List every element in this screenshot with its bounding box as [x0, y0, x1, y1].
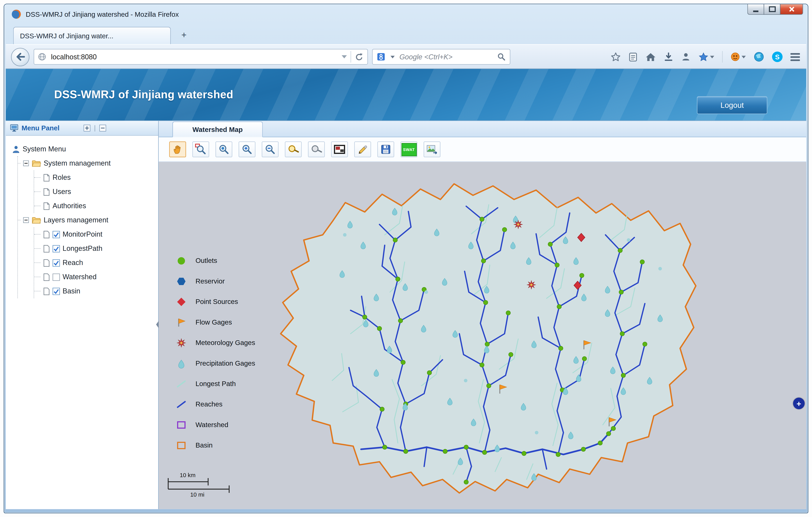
title-bar[interactable]: DSS-WMRJ of Jinjiang watershed - Mozilla… — [6, 4, 806, 23]
back-button[interactable] — [11, 48, 30, 66]
app-header: DSS-WMRJ of Jinjiang watershed Logout — [6, 69, 806, 120]
menu-panel-header: Menu Panel — [6, 121, 158, 136]
tree-item-basin[interactable]: Basin — [34, 284, 158, 298]
minimize-button[interactable] — [747, 4, 764, 15]
expand-all-icon[interactable] — [84, 125, 90, 132]
export-image-button[interactable] — [424, 141, 440, 157]
tree-item-roles[interactable]: Roles — [34, 170, 158, 185]
identify-tool-button[interactable] — [308, 141, 325, 157]
tree-item-system-management[interactable]: System management — [18, 156, 158, 170]
gray-magnifier-icon — [311, 144, 322, 155]
collapse-all-icon[interactable] — [99, 125, 106, 132]
monitor-icon — [10, 124, 18, 132]
bookmarks-menu-icon — [699, 52, 708, 62]
pan-tool-button[interactable] — [169, 141, 186, 157]
back-icon — [15, 52, 26, 62]
legend-item-point-sources: Point Sources — [175, 291, 301, 312]
new-tab-button[interactable]: + — [176, 29, 192, 40]
zoom-extent-icon — [218, 144, 230, 155]
downloads-button[interactable] — [664, 52, 673, 62]
zoom-extent-button[interactable] — [215, 141, 232, 157]
home-button[interactable] — [645, 52, 656, 62]
tree-item-system-menu[interactable]: System Menu — [12, 142, 158, 156]
menu-panel-title: Menu Panel — [22, 124, 60, 132]
meteorology-symbol-icon — [175, 337, 188, 348]
zoom-in-icon — [241, 144, 253, 155]
page-icon — [43, 272, 50, 281]
pencil-icon — [357, 144, 368, 155]
tab-watershed-map[interactable]: Watershed Map — [172, 121, 263, 137]
reload-icon[interactable] — [355, 52, 364, 61]
zoom-out-button[interactable] — [262, 141, 279, 157]
content-area: Menu Panel — [6, 120, 806, 509]
layer-checkbox-checked[interactable] — [53, 259, 60, 266]
collapse-expander-icon[interactable] — [23, 160, 29, 166]
outlet-symbol-icon — [175, 255, 188, 266]
maximize-button[interactable] — [764, 4, 781, 15]
bookmarks-sidebar-button[interactable] — [629, 52, 637, 62]
tree-item-longestpath[interactable]: LongestPath — [34, 241, 158, 256]
account-button[interactable] — [681, 52, 691, 62]
close-icon — [789, 6, 794, 12]
tree-item-authorities[interactable]: Authorities — [34, 199, 158, 213]
tree-item-reach[interactable]: Reach — [34, 256, 158, 270]
export-image-icon — [426, 144, 438, 155]
tree-item-watershed[interactable]: Watershed — [34, 270, 158, 284]
search-input[interactable] — [398, 52, 493, 61]
layer-checkbox-checked[interactable] — [53, 245, 60, 252]
map-canvas[interactable]: Outlets Reservior Point Sources Flow Gag… — [159, 162, 806, 509]
search-engine-dropdown-icon[interactable] — [390, 55, 395, 58]
measure-tool-button[interactable] — [354, 141, 371, 157]
legend-item-outlets: Outlets — [175, 251, 301, 271]
legend-item-longest-path: Longest Path — [175, 373, 301, 394]
main-tab-strip: Watershed Map — [159, 121, 806, 137]
desktop: DSS-WMRJ of Jinjiang watershed - Mozilla… — [0, 0, 812, 517]
legend-item-precipitation-gages: Precipitation Gages — [175, 353, 301, 373]
firefox-window: DSS-WMRJ of Jinjiang watershed - Mozilla… — [4, 4, 808, 513]
google-icon — [377, 53, 385, 61]
header-divider — [95, 125, 95, 131]
tree-item-users[interactable]: Users — [34, 185, 158, 199]
layer-checkbox-checked[interactable] — [53, 287, 60, 295]
overview-map-button[interactable] — [331, 141, 348, 157]
swat-button[interactable]: SWAT — [401, 141, 417, 157]
close-button[interactable] — [780, 4, 803, 15]
url-input[interactable] — [50, 52, 338, 61]
tree-item-monitorpoint[interactable]: MonitorPoint — [34, 227, 158, 241]
zoom-in-button[interactable] — [238, 141, 255, 157]
basin-symbol-icon — [175, 440, 188, 451]
search-bar[interactable] — [372, 49, 510, 65]
save-button[interactable] — [377, 141, 394, 157]
earth-addon-button[interactable] — [754, 52, 764, 62]
skype-icon[interactable]: S — [772, 52, 783, 62]
logout-button[interactable]: Logout — [697, 96, 767, 114]
bookmarks-menu-button[interactable] — [699, 52, 714, 62]
urlbar-dropdown-icon[interactable] — [342, 55, 347, 58]
legend-item-reservoir: Reservior — [175, 271, 301, 291]
layer-checkbox-unchecked[interactable] — [53, 273, 60, 281]
browser-tab[interactable]: DSS-WMRJ of Jinjiang water... — [13, 27, 171, 44]
addon-button[interactable] — [730, 52, 746, 62]
page-icon — [43, 245, 50, 253]
bookmark-star-button[interactable] — [611, 52, 621, 62]
panel-toggle-button[interactable]: + — [793, 398, 805, 409]
page-icon — [43, 230, 50, 238]
page-icon — [43, 173, 50, 182]
bookmark-star-icon — [611, 52, 621, 62]
collapse-expander-icon[interactable] — [23, 217, 29, 223]
url-bar[interactable] — [34, 49, 368, 65]
urlbar-divider — [351, 51, 351, 62]
svg-text:10 km: 10 km — [180, 472, 196, 478]
overview-map-icon — [334, 145, 345, 154]
pan-hand-icon — [172, 144, 183, 155]
tree-item-layers-management[interactable]: Layers management — [18, 213, 158, 227]
zoom-rectangle-button[interactable] — [193, 141, 209, 157]
main-panel: Watershed Map — [159, 121, 806, 509]
search-icon[interactable] — [497, 53, 505, 61]
save-floppy-icon — [381, 144, 391, 155]
addon-dropdown-icon — [742, 55, 746, 58]
legend-item-watershed: Watershed — [175, 414, 301, 435]
menu-icon[interactable] — [790, 53, 800, 61]
layer-checkbox-checked[interactable] — [53, 231, 60, 238]
search-tool-button[interactable] — [285, 141, 301, 157]
